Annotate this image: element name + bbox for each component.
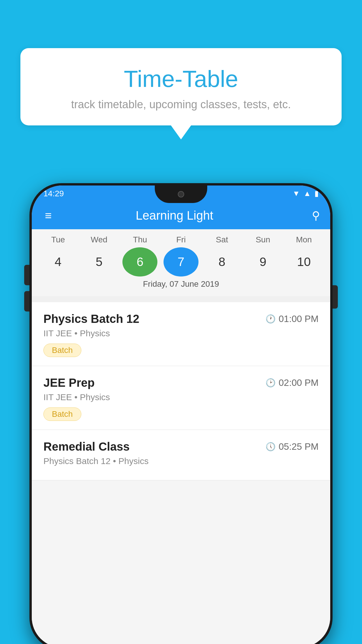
schedule-item-2[interactable]: JEE Prep 🕑 02:00 PM IIT JEE • Physics Ba… bbox=[32, 366, 330, 430]
day-header-thu: Thu bbox=[122, 235, 157, 244]
app-bar: ≡ Learning Light ⚲ bbox=[32, 202, 330, 229]
phone-frame: 14:29 ▼ ▲ ▮ ≡ Learning Light ⚲ Tue Wed T… bbox=[29, 183, 333, 644]
day-header-mon: Mon bbox=[287, 235, 321, 244]
search-icon[interactable]: ⚲ bbox=[312, 209, 320, 222]
schedule-item-3[interactable]: Remedial Class 🕔 05:25 PM Physics Batch … bbox=[32, 430, 330, 480]
schedule-item-1[interactable]: Physics Batch 12 🕐 01:00 PM IIT JEE • Ph… bbox=[32, 302, 330, 366]
item-1-subtitle: IIT JEE • Physics bbox=[43, 328, 319, 338]
clock-icon-3: 🕔 bbox=[266, 442, 276, 452]
volume-down-button bbox=[24, 291, 29, 312]
day-9[interactable]: 9 bbox=[245, 247, 280, 276]
item-3-title: Remedial Class bbox=[43, 440, 130, 453]
item-1-time: 🕐 01:00 PM bbox=[266, 314, 319, 324]
notch bbox=[155, 186, 207, 203]
item-3-time: 🕔 05:25 PM bbox=[266, 441, 319, 452]
day-4[interactable]: 4 bbox=[41, 247, 75, 276]
tooltip-title: Time-Table bbox=[35, 66, 327, 92]
day-10[interactable]: 10 bbox=[287, 247, 321, 276]
day-header-sat: Sat bbox=[205, 235, 240, 244]
item-2-batch-badge: Batch bbox=[43, 407, 81, 421]
item-1-batch-badge: Batch bbox=[43, 344, 81, 357]
menu-icon[interactable]: ≡ bbox=[42, 207, 55, 224]
wifi-icon: ▼ bbox=[293, 189, 300, 198]
front-camera bbox=[178, 191, 184, 197]
day-6-today[interactable]: 6 bbox=[122, 247, 157, 276]
clock-icon-1: 🕐 bbox=[266, 314, 276, 324]
battery-icon: ▮ bbox=[314, 189, 319, 198]
app-bar-title: Learning Light bbox=[55, 209, 294, 223]
day-8[interactable]: 8 bbox=[205, 247, 240, 276]
item-2-title: JEE Prep bbox=[43, 376, 95, 389]
day-header-wed: Wed bbox=[82, 235, 117, 244]
volume-up-button bbox=[24, 265, 29, 285]
item-1-title: Physics Batch 12 bbox=[43, 312, 139, 326]
status-icons: ▼ ▲ ▮ bbox=[293, 189, 319, 198]
clock-icon-2: 🕑 bbox=[266, 378, 276, 388]
schedule-list: Physics Batch 12 🕐 01:00 PM IIT JEE • Ph… bbox=[32, 302, 330, 644]
power-button bbox=[333, 285, 338, 309]
day-header-sun: Sun bbox=[245, 235, 280, 244]
day-headers: Tue Wed Thu Fri Sat Sun Mon bbox=[32, 235, 330, 244]
calendar-strip: Tue Wed Thu Fri Sat Sun Mon 4 5 6 7 8 9 … bbox=[32, 229, 330, 296]
day-5[interactable]: 5 bbox=[82, 247, 117, 276]
volume-buttons bbox=[24, 265, 29, 312]
signal-icon: ▲ bbox=[303, 189, 311, 198]
item-2-header: JEE Prep 🕑 02:00 PM bbox=[43, 376, 319, 389]
tooltip-subtitle: track timetable, upcoming classes, tests… bbox=[35, 98, 327, 111]
day-header-fri: Fri bbox=[164, 235, 198, 244]
selected-date-label: Friday, 07 June 2019 bbox=[32, 276, 330, 293]
day-7-selected[interactable]: 7 bbox=[164, 247, 198, 276]
item-2-subtitle: IIT JEE • Physics bbox=[43, 392, 319, 402]
item-3-subtitle: Physics Batch 12 • Physics bbox=[43, 456, 319, 466]
tooltip-card: Time-Table track timetable, upcoming cla… bbox=[20, 48, 342, 125]
item-3-header: Remedial Class 🕔 05:25 PM bbox=[43, 440, 319, 453]
phone-screen: 14:29 ▼ ▲ ▮ ≡ Learning Light ⚲ Tue Wed T… bbox=[32, 186, 330, 644]
item-1-header: Physics Batch 12 🕐 01:00 PM bbox=[43, 312, 319, 326]
item-2-time: 🕑 02:00 PM bbox=[266, 377, 319, 388]
day-numbers: 4 5 6 7 8 9 10 bbox=[32, 247, 330, 276]
day-header-tue: Tue bbox=[41, 235, 75, 244]
